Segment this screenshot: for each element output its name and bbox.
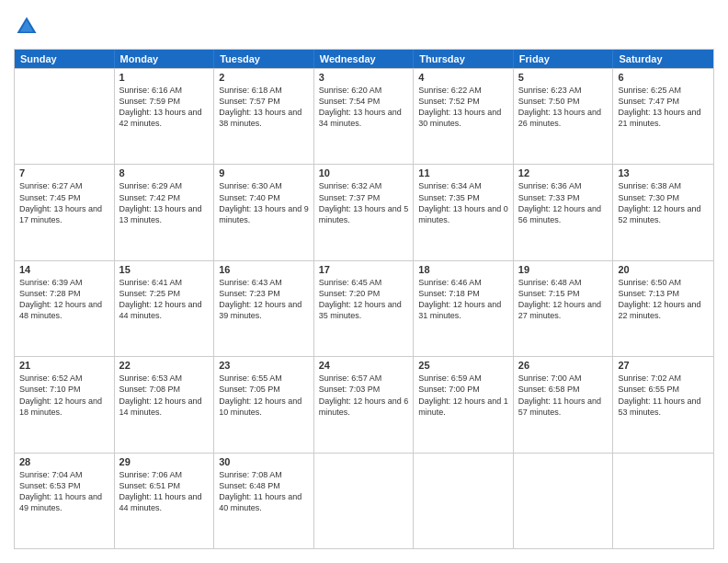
calendar-cell: 10Sunrise: 6:32 AMSunset: 7:37 PMDayligh… — [314, 165, 415, 259]
day-number: 2 — [219, 72, 309, 83]
day-number: 26 — [518, 360, 609, 371]
day-info: Sunrise: 6:55 AMSunset: 7:05 PMDaylight:… — [219, 373, 309, 418]
day-number: 19 — [518, 264, 609, 275]
day-of-week-header: Sunday — [15, 50, 115, 68]
day-info: Sunrise: 6:27 AMSunset: 7:45 PMDaylight:… — [19, 180, 109, 225]
calendar-cell: 23Sunrise: 6:55 AMSunset: 7:05 PMDayligh… — [214, 357, 314, 452]
day-info: Sunrise: 6:29 AMSunset: 7:42 PMDaylight:… — [119, 180, 210, 225]
day-info: Sunrise: 6:20 AMSunset: 7:54 PMDaylight:… — [319, 85, 409, 130]
day-info: Sunrise: 6:39 AMSunset: 7:28 PMDaylight:… — [19, 277, 109, 322]
day-info: Sunrise: 6:59 AMSunset: 7:00 PMDaylight:… — [418, 373, 508, 418]
calendar-cell: 8Sunrise: 6:29 AMSunset: 7:42 PMDaylight… — [115, 165, 215, 259]
day-info: Sunrise: 6:38 AMSunset: 7:30 PMDaylight:… — [618, 180, 709, 225]
calendar-cell: 7Sunrise: 6:27 AMSunset: 7:45 PMDaylight… — [15, 165, 115, 259]
calendar-cell — [314, 454, 415, 548]
day-number: 10 — [319, 167, 409, 178]
day-number: 24 — [319, 360, 409, 371]
day-number: 6 — [618, 72, 709, 83]
day-info: Sunrise: 6:23 AMSunset: 7:50 PMDaylight:… — [518, 85, 609, 130]
day-number: 18 — [418, 264, 508, 275]
calendar-cell: 2Sunrise: 6:18 AMSunset: 7:57 PMDaylight… — [214, 69, 314, 164]
day-info: Sunrise: 7:06 AMSunset: 6:51 PMDaylight:… — [119, 469, 210, 514]
logo — [14, 14, 45, 40]
calendar-body: 1Sunrise: 6:16 AMSunset: 7:59 PMDaylight… — [15, 68, 713, 548]
calendar-cell: 1Sunrise: 6:16 AMSunset: 7:59 PMDaylight… — [115, 69, 215, 164]
calendar-cell — [414, 454, 514, 548]
calendar-week: 7Sunrise: 6:27 AMSunset: 7:45 PMDaylight… — [15, 164, 713, 259]
calendar-week: 14Sunrise: 6:39 AMSunset: 7:28 PMDayligh… — [15, 260, 713, 356]
day-info: Sunrise: 6:52 AMSunset: 7:10 PMDaylight:… — [19, 373, 109, 418]
day-number: 13 — [618, 167, 709, 178]
calendar-cell: 14Sunrise: 6:39 AMSunset: 7:28 PMDayligh… — [15, 261, 115, 356]
calendar-cell: 18Sunrise: 6:46 AMSunset: 7:18 PMDayligh… — [414, 261, 514, 356]
day-info: Sunrise: 6:57 AMSunset: 7:03 PMDaylight:… — [319, 373, 409, 418]
day-number: 28 — [19, 456, 109, 467]
calendar-cell — [15, 69, 115, 164]
day-info: Sunrise: 7:04 AMSunset: 6:53 PMDaylight:… — [19, 469, 109, 514]
day-info: Sunrise: 6:41 AMSunset: 7:25 PMDaylight:… — [119, 277, 210, 322]
calendar-cell: 25Sunrise: 6:59 AMSunset: 7:00 PMDayligh… — [414, 357, 514, 452]
day-number: 16 — [219, 264, 309, 275]
day-number: 12 — [518, 167, 609, 178]
day-of-week-header: Saturday — [613, 50, 713, 68]
calendar-cell: 6Sunrise: 6:25 AMSunset: 7:47 PMDaylight… — [613, 69, 713, 164]
calendar-cell: 20Sunrise: 6:50 AMSunset: 7:13 PMDayligh… — [613, 261, 713, 356]
calendar-cell: 16Sunrise: 6:43 AMSunset: 7:23 PMDayligh… — [214, 261, 314, 356]
day-number: 8 — [119, 167, 210, 178]
day-of-week-header: Tuesday — [214, 50, 314, 68]
calendar-cell: 11Sunrise: 6:34 AMSunset: 7:35 PMDayligh… — [414, 165, 514, 259]
calendar-cell: 4Sunrise: 6:22 AMSunset: 7:52 PMDaylight… — [414, 69, 514, 164]
day-of-week-header: Wednesday — [314, 50, 415, 68]
day-info: Sunrise: 6:30 AMSunset: 7:40 PMDaylight:… — [219, 180, 309, 225]
calendar-cell: 12Sunrise: 6:36 AMSunset: 7:33 PMDayligh… — [514, 165, 614, 259]
day-number: 29 — [119, 456, 210, 467]
day-info: Sunrise: 6:45 AMSunset: 7:20 PMDaylight:… — [319, 277, 409, 322]
day-info: Sunrise: 6:16 AMSunset: 7:59 PMDaylight:… — [119, 85, 210, 130]
day-number: 27 — [618, 360, 709, 371]
day-info: Sunrise: 7:00 AMSunset: 6:58 PMDaylight:… — [518, 373, 609, 418]
calendar-cell: 21Sunrise: 6:52 AMSunset: 7:10 PMDayligh… — [15, 357, 115, 452]
calendar-cell: 28Sunrise: 7:04 AMSunset: 6:53 PMDayligh… — [15, 454, 115, 548]
calendar-cell: 29Sunrise: 7:06 AMSunset: 6:51 PMDayligh… — [115, 454, 215, 548]
day-info: Sunrise: 6:34 AMSunset: 7:35 PMDaylight:… — [418, 180, 508, 225]
page-header — [14, 14, 714, 40]
day-number: 3 — [319, 72, 409, 83]
day-number: 9 — [219, 167, 309, 178]
day-info: Sunrise: 6:46 AMSunset: 7:18 PMDaylight:… — [418, 277, 508, 322]
calendar-cell: 17Sunrise: 6:45 AMSunset: 7:20 PMDayligh… — [314, 261, 415, 356]
day-number: 11 — [418, 167, 508, 178]
day-number: 5 — [518, 72, 609, 83]
day-number: 15 — [119, 264, 210, 275]
day-info: Sunrise: 6:53 AMSunset: 7:08 PMDaylight:… — [119, 373, 210, 418]
day-number: 1 — [119, 72, 210, 83]
calendar-week: 21Sunrise: 6:52 AMSunset: 7:10 PMDayligh… — [15, 356, 713, 452]
day-number: 14 — [19, 264, 109, 275]
calendar-cell — [514, 454, 614, 548]
day-info: Sunrise: 6:43 AMSunset: 7:23 PMDaylight:… — [219, 277, 309, 322]
calendar-cell: 26Sunrise: 7:00 AMSunset: 6:58 PMDayligh… — [514, 357, 614, 452]
calendar-cell: 24Sunrise: 6:57 AMSunset: 7:03 PMDayligh… — [314, 357, 415, 452]
calendar-cell: 27Sunrise: 7:02 AMSunset: 6:55 PMDayligh… — [613, 357, 713, 452]
day-number: 21 — [19, 360, 109, 371]
day-number: 23 — [219, 360, 309, 371]
day-number: 7 — [19, 167, 109, 178]
day-of-week-header: Thursday — [414, 50, 514, 68]
calendar-week: 1Sunrise: 6:16 AMSunset: 7:59 PMDaylight… — [15, 68, 713, 164]
calendar: SundayMondayTuesdayWednesdayThursdayFrid… — [14, 49, 714, 549]
logo-icon — [14, 14, 40, 40]
day-number: 20 — [618, 264, 709, 275]
calendar-cell: 19Sunrise: 6:48 AMSunset: 7:15 PMDayligh… — [514, 261, 614, 356]
day-info: Sunrise: 6:48 AMSunset: 7:15 PMDaylight:… — [518, 277, 609, 322]
calendar-cell — [613, 454, 713, 548]
day-info: Sunrise: 6:22 AMSunset: 7:52 PMDaylight:… — [418, 85, 508, 130]
day-info: Sunrise: 6:50 AMSunset: 7:13 PMDaylight:… — [618, 277, 709, 322]
calendar-week: 28Sunrise: 7:04 AMSunset: 6:53 PMDayligh… — [15, 453, 713, 548]
day-info: Sunrise: 6:36 AMSunset: 7:33 PMDaylight:… — [518, 180, 609, 225]
day-number: 17 — [319, 264, 409, 275]
day-info: Sunrise: 6:32 AMSunset: 7:37 PMDaylight:… — [319, 180, 409, 225]
day-of-week-header: Friday — [514, 50, 614, 68]
calendar-cell: 5Sunrise: 6:23 AMSunset: 7:50 PMDaylight… — [514, 69, 614, 164]
calendar-cell: 30Sunrise: 7:08 AMSunset: 6:48 PMDayligh… — [214, 454, 314, 548]
day-info: Sunrise: 7:02 AMSunset: 6:55 PMDaylight:… — [618, 373, 709, 418]
calendar-cell: 13Sunrise: 6:38 AMSunset: 7:30 PMDayligh… — [613, 165, 713, 259]
